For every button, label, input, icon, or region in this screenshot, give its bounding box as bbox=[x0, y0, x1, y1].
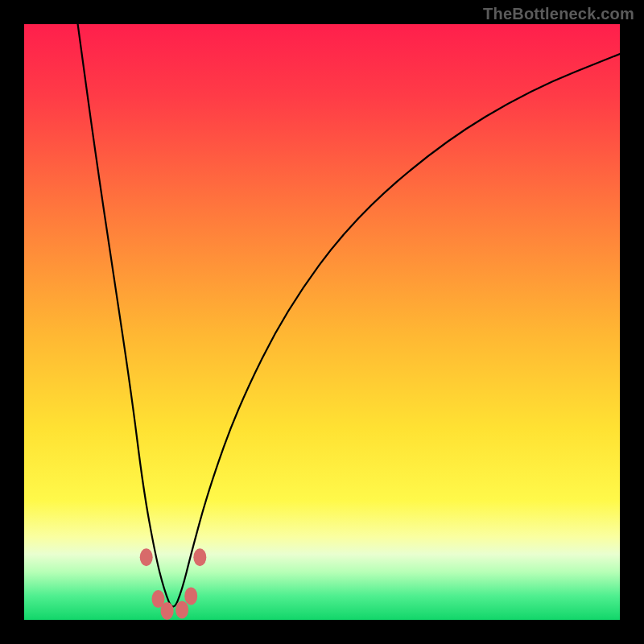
chart-frame: TheBottleneck.com bbox=[0, 0, 644, 644]
highlight-marker bbox=[193, 548, 206, 566]
highlight-marker bbox=[161, 602, 174, 620]
watermark-text: TheBottleneck.com bbox=[483, 5, 634, 23]
bottleneck-curve bbox=[24, 24, 620, 620]
highlight-marker bbox=[184, 587, 197, 605]
plot-area bbox=[24, 24, 620, 620]
highlight-marker bbox=[140, 548, 153, 566]
highlight-marker bbox=[175, 601, 188, 618]
